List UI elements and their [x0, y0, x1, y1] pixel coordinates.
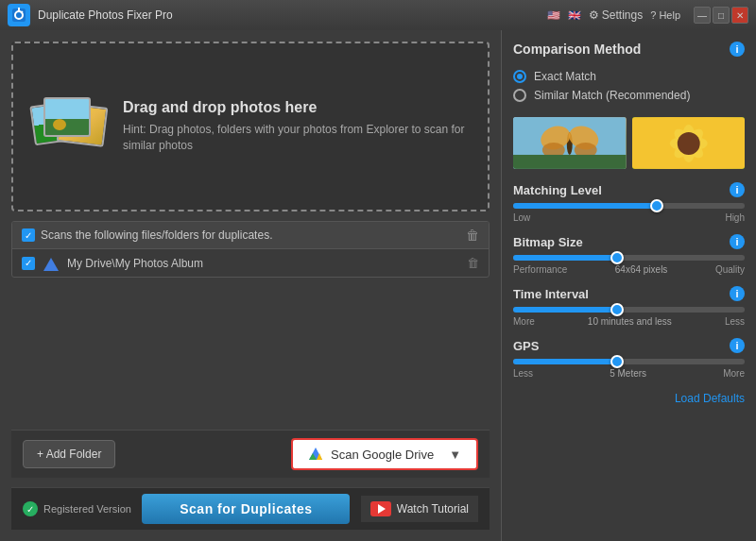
gps-header: GPS i	[513, 338, 745, 353]
comparison-radio-group: Exact Match Similar Match (Recommended)	[513, 70, 745, 102]
comparison-method-info-icon[interactable]: i	[730, 42, 745, 57]
gps-section: GPS i Less 5 Meters More	[513, 338, 745, 379]
scan-google-drive-button[interactable]: Scan Google Drive ▼	[291, 438, 478, 470]
drop-text: Drag and drop photos here Hint: Drag pho…	[123, 99, 469, 154]
drop-zone-icons	[32, 93, 108, 160]
bitmap-size-quality: Quality	[715, 264, 745, 275]
scan-list-container: ✓ Scans the following files/folders for …	[11, 221, 490, 278]
title-bar-left: Duplicate Photos Fixer Pro	[8, 4, 173, 26]
drop-hint: Hint: Drag photos, folders with your pho…	[123, 122, 469, 154]
check-circle-icon: ✓	[23, 501, 38, 516]
scan-item-label: My Drive\My Photos Album	[67, 257, 203, 270]
bitmap-size-title: Bitmap Size	[513, 235, 583, 249]
photo-card-2	[43, 97, 91, 137]
help-link[interactable]: ? Help	[650, 9, 680, 21]
drop-zone[interactable]: Drag and drop photos here Hint: Drag pho…	[11, 42, 490, 211]
comparison-method-title: Comparison Method	[513, 42, 641, 57]
gps-less: Less	[513, 368, 533, 379]
gps-title: GPS	[513, 339, 539, 353]
time-interval-header: Time Interval i	[513, 286, 745, 301]
matching-level-low: Low	[513, 212, 530, 223]
matching-level-info-icon[interactable]: i	[730, 182, 745, 197]
svg-point-20	[677, 132, 699, 155]
settings-link[interactable]: ⚙ Settings	[589, 8, 644, 22]
preview-butterfly	[513, 117, 627, 169]
matching-level-title: Matching Level	[513, 183, 602, 197]
status-bar: ✓ Registered Version Scan for Duplicates…	[11, 487, 490, 530]
exact-match-radio[interactable]	[513, 70, 526, 83]
youtube-icon	[370, 501, 391, 516]
similar-match-radio[interactable]	[513, 89, 526, 102]
similar-match-label: Similar Match (Recommended)	[534, 89, 690, 102]
gps-more: More	[723, 368, 745, 379]
scan-drive-arrow: ▼	[449, 448, 461, 462]
flag-us: 🇺🇸	[547, 9, 560, 22]
scan-list-checkbox[interactable]: ✓	[22, 228, 35, 242]
close-button[interactable]: ✕	[731, 7, 748, 24]
gps-track[interactable]	[513, 359, 745, 364]
title-bar-right: 🇺🇸 🇬🇧 ⚙ Settings ? Help — □ ✕	[547, 7, 749, 24]
scan-item-delete[interactable]: 🗑	[467, 256, 479, 270]
gps-fill	[513, 359, 617, 364]
matching-level-fill	[513, 203, 657, 209]
time-interval-thumb[interactable]	[610, 303, 624, 316]
preview-sunflower	[632, 117, 746, 169]
gdrive-folder-icon	[43, 257, 60, 270]
bitmap-size-center: 64x64 pixels	[567, 264, 715, 275]
youtube-play-icon	[378, 504, 386, 514]
watch-tutorial-button[interactable]: Watch Tutorial	[361, 496, 478, 522]
left-panel: Drag and drop photos here Hint: Drag pho…	[0, 30, 501, 541]
matching-level-high: High	[725, 212, 745, 223]
bitmap-size-performance: Performance	[513, 264, 567, 275]
time-interval-fill	[513, 307, 617, 313]
scan-list-item: ✓ My Drive\My Photos Album 🗑	[12, 249, 489, 277]
time-interval-title: Time Interval	[513, 287, 589, 301]
title-bar: Duplicate Photos Fixer Pro 🇺🇸 🇬🇧 ⚙ Setti…	[0, 0, 756, 30]
bitmap-size-header: Bitmap Size i	[513, 234, 745, 249]
scan-drive-wrapper: Scan Google Drive ▼	[291, 438, 478, 470]
title-bar-links: 🇺🇸 🇬🇧 ⚙ Settings ? Help	[547, 8, 681, 22]
gps-thumb[interactable]	[610, 355, 624, 368]
bitmap-size-track[interactable]	[513, 255, 745, 261]
main-content: Drag and drop photos here Hint: Drag pho…	[0, 30, 756, 541]
bitmap-size-fill	[513, 255, 617, 261]
app-icon	[8, 4, 30, 26]
bitmap-size-section: Bitmap Size i Performance 64x64 pixels Q…	[513, 234, 745, 275]
left-spacer	[11, 287, 490, 420]
gps-info-icon[interactable]: i	[730, 338, 745, 353]
matching-level-header: Matching Level i	[513, 182, 745, 197]
restore-button[interactable]: □	[713, 7, 730, 24]
window-controls: — □ ✕	[694, 7, 748, 24]
bitmap-size-thumb[interactable]	[610, 251, 624, 264]
time-interval-center: 10 minutes and less	[535, 316, 725, 327]
similar-match-option[interactable]: Similar Match (Recommended)	[513, 89, 745, 102]
bitmap-size-info-icon[interactable]: i	[730, 234, 745, 249]
matching-level-section: Matching Level i Low High	[513, 182, 745, 223]
scan-list-title: Scans the following files/folders for du…	[41, 228, 272, 242]
google-drive-icon	[308, 447, 323, 462]
time-interval-more: More	[513, 316, 535, 327]
bottom-bar: + Add Folder Scan Google Drive ▼	[11, 430, 490, 478]
exact-match-option[interactable]: Exact Match	[513, 70, 745, 83]
app-title: Duplicate Photos Fixer Pro	[38, 8, 173, 22]
gps-center: 5 Meters	[533, 368, 723, 379]
scan-duplicates-button[interactable]: Scan for Duplicates	[142, 494, 350, 524]
item-checkbox[interactable]: ✓	[22, 257, 35, 270]
svg-marker-4	[43, 258, 59, 271]
scan-list-delete-all[interactable]: 🗑	[466, 228, 479, 243]
svg-rect-14	[513, 155, 627, 169]
watch-tutorial-label: Watch Tutorial	[397, 502, 469, 516]
load-defaults-link[interactable]: Load Defaults	[513, 392, 745, 405]
time-interval-info-icon[interactable]: i	[730, 286, 745, 301]
matching-level-thumb[interactable]	[650, 199, 663, 212]
exact-match-label: Exact Match	[534, 70, 596, 83]
time-interval-less: Less	[725, 316, 745, 327]
add-folder-button[interactable]: + Add Folder	[23, 440, 115, 468]
matching-level-track[interactable]	[513, 203, 745, 209]
time-interval-track[interactable]	[513, 307, 745, 313]
scan-list-header-left: ✓ Scans the following files/folders for …	[22, 228, 272, 242]
minimize-button[interactable]: —	[694, 7, 711, 24]
flag-gb: 🇬🇧	[568, 9, 581, 22]
right-panel: Comparison Method i Exact Match Similar …	[501, 30, 756, 541]
preview-images	[513, 117, 745, 169]
